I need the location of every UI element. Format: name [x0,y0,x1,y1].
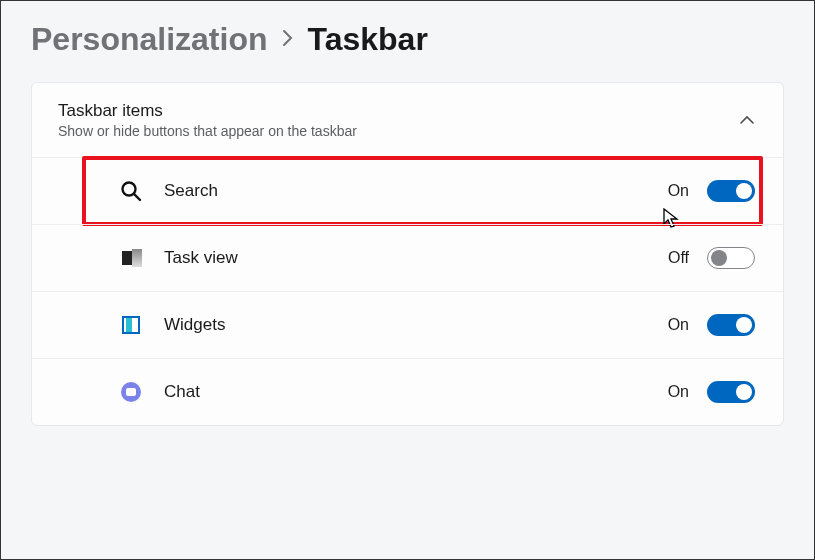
toggle-state-label: On [668,182,689,200]
svg-line-1 [134,194,140,200]
taskbar-items-card: Taskbar items Show or hide buttons that … [31,82,784,426]
item-label: Search [164,181,668,201]
breadcrumb-current: Taskbar [308,21,428,58]
item-label: Task view [164,248,668,268]
taskbar-item-widgets: Widgets On [32,291,783,358]
section-subtitle: Show or hide buttons that appear on the … [58,123,357,139]
widgets-icon [120,314,142,336]
taskbar-item-search: Search On [32,157,783,224]
taskbar-item-taskview: Task view Off [32,224,783,291]
section-title: Taskbar items [58,101,357,121]
item-label: Chat [164,382,668,402]
chevron-up-icon [739,111,755,129]
section-heading: Taskbar items Show or hide buttons that … [58,101,357,139]
toggle-state-label: Off [668,249,689,267]
chat-icon [120,381,142,403]
item-label: Widgets [164,315,668,335]
taskbar-items-header[interactable]: Taskbar items Show or hide buttons that … [32,83,783,157]
taskview-icon [120,247,142,269]
chevron-right-icon [282,27,294,53]
taskbar-item-chat: Chat On [32,358,783,425]
search-icon [120,180,142,202]
toggle-state-label: On [668,383,689,401]
taskview-toggle[interactable] [707,247,755,269]
chat-toggle[interactable] [707,381,755,403]
breadcrumb: Personalization Taskbar [1,1,814,82]
toggle-state-label: On [668,316,689,334]
breadcrumb-parent[interactable]: Personalization [31,21,268,58]
search-toggle[interactable] [707,180,755,202]
widgets-toggle[interactable] [707,314,755,336]
